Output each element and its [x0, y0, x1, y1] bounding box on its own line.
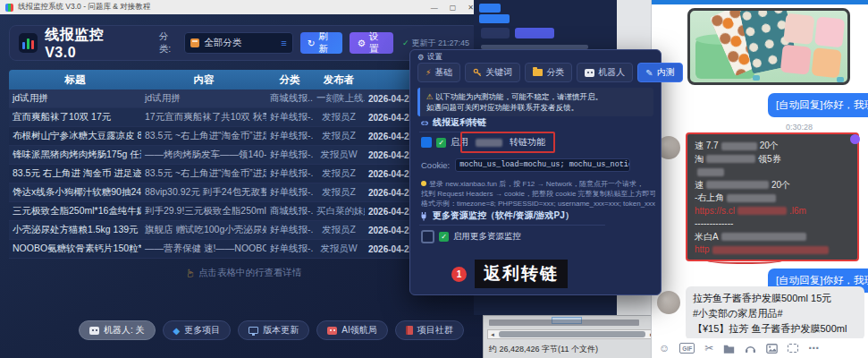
scrollbar-thumb[interactable] [499, 331, 645, 337]
col-content: 内容 [141, 73, 266, 87]
annotation-number-badge: 1 [451, 267, 467, 282]
gear-icon: ⚙ [357, 38, 365, 48]
plug-icon [419, 211, 428, 221]
annotation-label: 返利转链 [475, 260, 568, 288]
folder-icon [533, 69, 543, 76]
check-icon: ✓ [402, 38, 409, 47]
tab-beta[interactable]: ✎ 内测 [637, 63, 682, 82]
cookie-tips: 登录 new.xianbao.fun 后，按 F12 → Network，随意点… [421, 179, 655, 209]
cookie-input[interactable]: mochu_us_load=mochu_us; mochu_us_notice [455, 158, 630, 172]
checkbox-unchecked-icon[interactable] [421, 230, 434, 243]
close-button[interactable]: ✕ [468, 4, 474, 12]
emoji-icon[interactable]: ☺ [659, 343, 670, 354]
gem-graphic [837, 77, 844, 82]
blue-chip-button[interactable] [479, 14, 510, 23]
blurred-text [706, 181, 769, 189]
robot-icon [89, 327, 99, 335]
more-icon[interactable]: ⋯ [808, 343, 819, 354]
blurred-text [737, 207, 787, 215]
file-folder-icon[interactable] [723, 344, 735, 354]
avatar[interactable] [657, 291, 680, 314]
key-icon [473, 68, 482, 77]
category-label: 分类: [159, 30, 180, 55]
refresh-button[interactable]: ↻ 刷新 [300, 32, 343, 54]
blue-chip-button[interactable] [479, 4, 501, 13]
horizontal-scrollbar[interactable]: ◄ ► [487, 329, 657, 339]
gif-icon[interactable]: GIF [679, 343, 695, 354]
screenshot-scissors-icon[interactable]: ✂ [704, 343, 713, 354]
refresh-icon: ↻ [308, 38, 316, 48]
chat-window: [自动回复]你好，我现 0:30:28 速 7.720个 淘领5券 速20个 -… [651, 0, 868, 358]
purple-emoji-icon [850, 134, 860, 144]
category-value: 全部分类 [204, 37, 241, 49]
blurred-text [697, 168, 724, 176]
col-title: 标题 [9, 73, 141, 87]
book-icon [190, 38, 199, 47]
window-title: 线报监控系统 V3.0 - 问题库 & 对接教程 [18, 2, 150, 13]
red-underline-annotation [707, 258, 782, 264]
pencil-icon: ✎ [645, 68, 653, 78]
dialog-titlebar: ⚙ 设置 [417, 52, 442, 63]
red-link[interactable]: http [695, 243, 850, 257]
beta-warning: ⚠ 以下功能为内测功能，可能不稳定，请谨慎开启。 如遇问题可关闭对应功能并联系开… [417, 88, 653, 116]
settings-dialog: ⚙ 设置 ⚡ 基础 关键词 分类 机器人 ✎ 内测 [409, 49, 662, 295]
ai-navigator-button[interactable]: AI领航局 [316, 320, 387, 340]
warning-icon: ⚠ [426, 92, 434, 101]
dialog-tabs: ⚡ 基础 关键词 分类 机器人 ✎ 内测 [417, 63, 683, 82]
tab-categories[interactable]: 分类 [525, 63, 572, 82]
robot-toggle-button[interactable]: 机器人: 关 [79, 320, 156, 340]
file-status-text: 约 26,428,426 字节(11 个文件) [489, 344, 598, 355]
blurred-text [727, 194, 776, 202]
app-logo-icon [5, 4, 13, 12]
project-community-button[interactable]: 项目社群 [395, 320, 464, 340]
checkbox-checked-icon[interactable]: ✓ [439, 232, 449, 242]
gear-icon: ⚙ [417, 53, 425, 62]
checkbox-checked-icon[interactable]: ✓ [436, 138, 446, 148]
headset-icon[interactable] [745, 344, 756, 354]
chat-top-accent [652, 0, 868, 4]
app-logo-icon [19, 33, 38, 53]
tab-basic[interactable]: ⚡ 基础 [417, 63, 460, 82]
message-timestamp: 0:30:28 [750, 123, 848, 132]
maximize-button[interactable]: ▢ [450, 4, 457, 12]
version-update-button[interactable]: 版本更新 [238, 320, 309, 340]
lightbulb-icon [421, 181, 426, 186]
section-more-resources: 更多资源监控（软件/资源/游戏PJ） [419, 209, 605, 226]
last-updated-status: ✓ 更新于 21:27:45 [402, 38, 469, 49]
enable-more-resources-row[interactable]: ✓ 启用更多资源监控 [421, 230, 521, 243]
diamond-icon: ◆ [173, 326, 181, 336]
image-message[interactable] [687, 8, 850, 85]
incoming-message[interactable]: 拉芳鱼子酱香护发膜500ml 15元 #小卖部の家居用品# 【¥15】拉芳 鱼子… [686, 286, 864, 340]
lightning-icon: ⚡ [426, 68, 431, 77]
screen-share-icon[interactable] [788, 344, 798, 353]
image-icon[interactable] [766, 344, 778, 354]
monitor-icon [249, 327, 258, 334]
book-icon [406, 326, 413, 335]
robot-icon [585, 69, 594, 77]
category-select[interactable]: 全部分类 ≡ [184, 32, 292, 54]
settings-button[interactable]: ⚙ 设置 [350, 32, 392, 54]
cookie-label: Cookie: [421, 160, 450, 170]
blurred-text [489, 320, 639, 326]
secondary-button[interactable] [481, 28, 510, 38]
minimize-button[interactable]: — [431, 4, 438, 12]
more-projects-button[interactable]: ◆ 更多项目 [163, 320, 232, 340]
screen: 线报监控系统 V3.0 - 问题库 & 对接教程 — ▢ ✕ 线报监控 V3.0… [0, 0, 868, 358]
blurred-text [706, 155, 755, 163]
blurred-text [721, 233, 806, 241]
tab-robot[interactable]: 机器人 [577, 63, 633, 82]
blurred-text [721, 142, 757, 150]
tab-keywords[interactable]: 关键词 [465, 63, 520, 82]
col-publisher: 发布者 [313, 73, 365, 87]
rebate-annotation: 1 返利转链 [451, 260, 568, 288]
col-category: 分类 [266, 73, 313, 87]
main-titlebar: 线报监控系统 V3.0 - 问题库 & 对接教程 — ▢ ✕ [0, 0, 490, 14]
primary-button[interactable] [515, 28, 554, 38]
incoming-message-annotated[interactable]: 速 7.720个 淘领5券 速20个 -右上角 https://s.cl.l6m… [686, 132, 859, 261]
gem-graphic [753, 75, 760, 81]
red-rectangle-annotation [460, 132, 555, 153]
outgoing-message[interactable]: [自动回复]你好，我现 [768, 93, 868, 117]
red-link[interactable]: https://s.cl.l6m [695, 205, 850, 218]
file-window: ◄ ► 约 26,428,426 字节(11 个文件) [483, 315, 663, 358]
scroll-left-icon[interactable]: ◄ [488, 332, 497, 337]
